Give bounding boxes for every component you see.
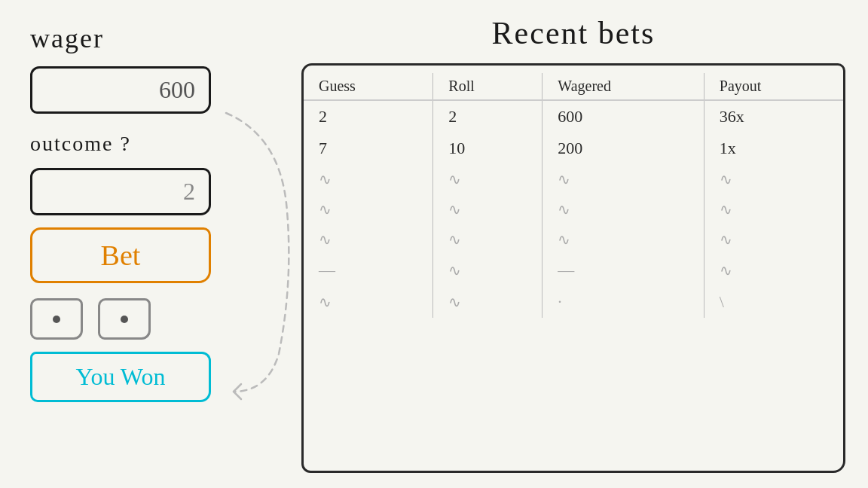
cell-payout-5: ∿ [704,255,843,286]
left-panel: wager outcome ? Bet You Won [0,0,286,488]
cell-roll-5: ∿ [433,255,542,286]
table-row: ∿∿∿∿ [304,164,843,194]
die-2-dot [121,316,128,323]
cell-guess-0: 2 [304,100,433,133]
wager-label: wager [30,23,256,54]
cell-wagered-4: ∿ [542,224,704,255]
cell-roll-1: 10 [433,133,542,164]
table-row: 7102001x [304,133,843,164]
cell-roll-4: ∿ [433,224,542,255]
cell-roll-3: ∿ [433,194,542,224]
outcome-label: outcome ? [30,132,256,156]
cell-guess-6: ∿ [304,286,433,318]
cell-payout-6: \ [704,286,843,318]
cell-guess-1: 7 [304,133,433,164]
table-body: 2260036x7102001x∿∿∿∿∿∿∿∿∿∿∿∿—∿—∿∿∿·\ [304,100,843,318]
bets-table: Guess Roll Wagered Payout 2260036x710200… [304,73,843,318]
wager-input[interactable] [30,66,211,114]
cell-payout-3: ∿ [704,194,843,224]
cell-guess-5: — [304,255,433,286]
cell-guess-3: ∿ [304,194,433,224]
table-row: ∿∿∿∿ [304,224,843,255]
right-panel: Recent bets Guess Roll Wagered Payout 22… [286,0,868,488]
bets-table-wrapper: Guess Roll Wagered Payout 2260036x710200… [301,63,845,473]
cell-payout-4: ∿ [704,224,843,255]
table-row: 2260036x [304,100,843,133]
col-header-guess: Guess [304,73,433,100]
table-row: ∿∿·\ [304,286,843,318]
table-row: ∿∿∿∿ [304,194,843,224]
cell-payout-0: 36x [704,100,843,133]
cell-wagered-3: ∿ [542,194,704,224]
you-won-box: You Won [30,352,211,402]
die-2 [98,298,151,340]
bet-button[interactable]: Bet [30,227,211,283]
cell-wagered-5: — [542,255,704,286]
cell-roll-2: ∿ [433,164,542,194]
col-header-wagered: Wagered [542,73,704,100]
cell-payout-2: ∿ [704,164,843,194]
outcome-input[interactable] [30,168,211,215]
recent-bets-title: Recent bets [301,15,845,51]
table-header: Guess Roll Wagered Payout [304,73,843,100]
cell-roll-0: 2 [433,100,542,133]
table-row: —∿—∿ [304,255,843,286]
cell-wagered-0: 600 [542,100,704,133]
cell-payout-1: 1x [704,133,843,164]
cell-wagered-2: ∿ [542,164,704,194]
cell-wagered-6: · [542,286,704,318]
col-header-payout: Payout [704,73,843,100]
dice-row [30,298,256,340]
cell-wagered-1: 200 [542,133,704,164]
cell-roll-6: ∿ [433,286,542,318]
die-1 [30,298,83,340]
die-1-dot [53,316,60,323]
cell-guess-2: ∿ [304,164,433,194]
col-header-roll: Roll [433,73,542,100]
cell-guess-4: ∿ [304,224,433,255]
